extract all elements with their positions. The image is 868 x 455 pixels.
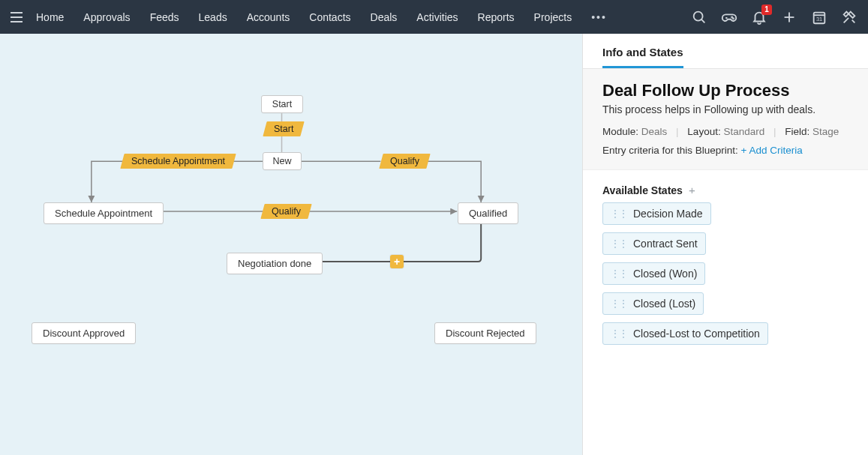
node-negotiation-done[interactable]: Negotiation done	[227, 253, 323, 274]
nav-item-home[interactable]: Home	[36, 11, 64, 23]
nav-item-approvals[interactable]: Approvals	[83, 11, 130, 23]
node-qualified[interactable]: Qualified	[458, 202, 518, 224]
meta-layout-value: Standard	[723, 126, 764, 137]
nav-item-feeds[interactable]: Feeds	[150, 11, 179, 23]
process-meta: Module: Deals | Layout: Standard | Field…	[602, 126, 848, 137]
nav-item-accounts[interactable]: Accounts	[247, 11, 290, 23]
svg-point-0	[694, 11, 703, 20]
state-chip-closed-lost-competition[interactable]: ⋮⋮ Closed-Lost to Competition	[602, 322, 768, 345]
state-chip-contract-sent[interactable]: ⋮⋮ Contract Sent	[602, 232, 706, 255]
nav-overflow-icon[interactable]: •••	[591, 11, 607, 23]
state-chip-closed-lost[interactable]: ⋮⋮ Closed (Lost)	[602, 292, 704, 315]
add-state-icon[interactable]: +	[689, 184, 695, 196]
state-chip-label: Contract Sent	[633, 238, 698, 250]
info-block: Deal Follow Up Process This process help…	[583, 69, 868, 170]
blueprint-canvas[interactable]: Start Start New Schedule Appointment Qua…	[0, 34, 583, 455]
nav-item-reports[interactable]: Reports	[478, 11, 515, 23]
transition-qualify-mid-label: Qualify	[272, 206, 301, 217]
add-transition-handle[interactable]: +	[390, 255, 404, 268]
top-nav: Home Approvals Feeds Leads Accounts Cont…	[0, 0, 868, 34]
meta-module-label: Module:	[602, 126, 638, 137]
tools-icon[interactable]	[841, 9, 857, 25]
transition-schedule-label: Schedule Appointment	[131, 156, 225, 166]
calendar-icon[interactable]: 31	[811, 9, 827, 25]
transition-start[interactable]: Start	[263, 121, 305, 136]
plus-icon[interactable]	[781, 9, 797, 25]
nav-item-activities[interactable]: Activities	[416, 11, 458, 23]
grip-icon: ⋮⋮	[611, 298, 627, 309]
tab-info-and-states[interactable]: Info and States	[602, 46, 683, 68]
meta-field-label: Field:	[785, 126, 809, 137]
transition-start-label: Start	[274, 124, 293, 134]
transition-schedule-appointment[interactable]: Schedule Appointment	[120, 154, 236, 169]
grip-icon: ⋮⋮	[611, 238, 627, 249]
available-states-block: Available States + ⋮⋮ Decision Made ⋮⋮ C…	[583, 170, 868, 366]
nav-item-contacts[interactable]: Contacts	[309, 11, 350, 23]
state-chip-label: Closed-Lost to Competition	[633, 328, 760, 340]
bell-icon[interactable]: 1	[751, 9, 767, 25]
process-title: Deal Follow Up Process	[602, 81, 848, 100]
nav-items: Home Approvals Feeds Leads Accounts Cont…	[36, 11, 572, 23]
nav-item-deals[interactable]: Deals	[371, 11, 398, 23]
grip-icon: ⋮⋮	[611, 208, 627, 219]
grip-icon: ⋮⋮	[611, 268, 627, 279]
state-chip-label: Decision Made	[633, 208, 703, 220]
svg-point-4	[731, 16, 732, 17]
state-chip-decision-made[interactable]: ⋮⋮ Decision Made	[602, 202, 711, 225]
notification-badge: 1	[761, 4, 772, 15]
node-discount-rejected[interactable]: Discount Rejected	[434, 322, 536, 344]
nav-icon-group: 1 31	[691, 9, 857, 25]
meta-module-value: Deals	[641, 126, 668, 137]
svg-text:31: 31	[816, 15, 822, 22]
node-schedule-appointment[interactable]: Schedule Appointment	[44, 202, 164, 224]
process-description: This process helps in Following up with …	[602, 103, 848, 115]
node-new[interactable]: New	[263, 152, 302, 170]
state-chip-closed-won[interactable]: ⋮⋮ Closed (Won)	[602, 262, 705, 285]
node-discount-approved[interactable]: Discount Approved	[32, 322, 136, 344]
side-panel: Info and States Deal Follow Up Process T…	[583, 34, 868, 455]
svg-point-5	[733, 18, 734, 19]
search-icon[interactable]	[691, 9, 707, 25]
entry-criteria-label: Entry criteria for this Blueprint:	[602, 145, 738, 156]
meta-layout-label: Layout:	[687, 126, 720, 137]
transition-qualify-top[interactable]: Qualify	[379, 154, 430, 169]
transition-qualify-top-label: Qualify	[390, 156, 419, 166]
add-criteria-link[interactable]: + Add Criteria	[741, 145, 803, 156]
state-chip-label: Closed (Won)	[633, 268, 697, 280]
entry-criteria: Entry criteria for this Blueprint: + Add…	[602, 145, 848, 156]
hamburger-icon[interactable]	[8, 8, 26, 26]
grip-icon: ⋮⋮	[611, 328, 627, 339]
svg-line-1	[701, 19, 704, 22]
state-chip-label: Closed (Lost)	[633, 298, 695, 310]
nav-item-projects[interactable]: Projects	[534, 11, 572, 23]
tab-bar: Info and States	[583, 34, 868, 69]
nav-item-leads[interactable]: Leads	[199, 11, 227, 23]
node-start[interactable]: Start	[261, 95, 303, 113]
gamepad-icon[interactable]	[721, 9, 737, 25]
available-states-header: Available States	[602, 184, 683, 196]
meta-field-value: Stage	[812, 126, 839, 137]
transition-qualify-mid[interactable]: Qualify	[260, 204, 311, 219]
